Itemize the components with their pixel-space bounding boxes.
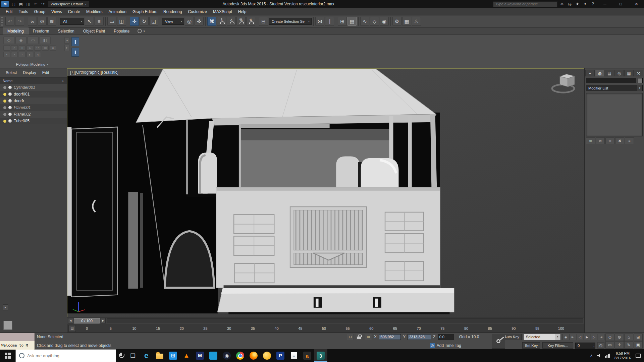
store[interactable]: ⊞: [166, 349, 180, 362]
workspace-selector[interactable]: Workspace: Default ▾: [48, 1, 89, 7]
app-menu-button[interactable]: M: [1, 1, 9, 7]
polygon-modeling-tool[interactable]: ▫: [11, 52, 18, 57]
unlink-selection-icon[interactable]: ⊘: [38, 17, 47, 26]
taskbar-clock[interactable]: 6:58 PM 8/17/2016: [611, 349, 634, 362]
polygon-modeling-tool[interactable]: ◇: [3, 37, 14, 44]
zoom-button[interactable]: ⊙: [605, 334, 614, 341]
select-and-scale-icon[interactable]: ◱: [149, 17, 158, 26]
object-color-swatch[interactable]: [638, 78, 643, 83]
menu-item[interactable]: Modifiers: [83, 8, 106, 15]
cortana-search-box[interactable]: [15, 349, 116, 362]
z-coordinate-field[interactable]: 0.0: [438, 334, 454, 340]
isolate-selection-icon[interactable]: ⊡: [347, 334, 354, 340]
explorer-menu-item[interactable]: Edit: [39, 70, 52, 75]
scene-object-row[interactable]: Plane001: [0, 104, 67, 111]
ribbon-pinned-toggle[interactable]: ❚: [71, 37, 79, 46]
polygon-modeling-tool[interactable]: ◠: [34, 45, 41, 51]
key-filters-button[interactable]: Key Filters...: [542, 342, 573, 349]
tab-motion[interactable]: ◎: [614, 70, 624, 76]
ribbon-pinned-toggle[interactable]: ❚: [71, 48, 79, 57]
layer-manager-icon[interactable]: ⊞: [338, 17, 347, 26]
previous-frame-button[interactable]: ◁: [577, 334, 583, 340]
visibility-bulb-icon[interactable]: [3, 106, 6, 109]
minimize-ribbon-icon[interactable]: ▾: [144, 29, 145, 33]
viewport[interactable]: [+] [Orthographic] [Realistic]: [67, 68, 584, 317]
tab-display[interactable]: ▦: [624, 70, 634, 76]
favorites-star-icon[interactable]: ★: [574, 1, 581, 7]
viewport-general-menu[interactable]: [+]: [70, 70, 75, 75]
select-object-icon[interactable]: ↖: [85, 17, 94, 26]
tab-hierarchy[interactable]: ▤: [605, 70, 614, 76]
visibility-bulb-icon[interactable]: [3, 120, 6, 123]
ribbon-config-icon[interactable]: [138, 29, 142, 33]
app-blue[interactable]: [207, 349, 220, 362]
add-time-tag[interactable]: ◷ Add Time Tag: [430, 343, 461, 348]
tab-utilities[interactable]: ⚒: [634, 70, 643, 76]
menu-item[interactable]: Create: [65, 8, 83, 15]
tab-create[interactable]: ✶: [585, 70, 595, 76]
undo-icon[interactable]: ↶: [5, 17, 14, 26]
pin-stack-button[interactable]: ⊕: [586, 137, 595, 144]
visibility-bulb-icon[interactable]: [3, 100, 6, 103]
named-selection-sets-dropdown[interactable]: Create Selection Se ▾: [269, 18, 312, 25]
x-coordinate-field[interactable]: 506.982: [379, 334, 401, 340]
explorer-menu-item[interactable]: Display: [20, 70, 39, 75]
task-view-button[interactable]: ❏: [126, 349, 140, 362]
modifier-list-dropdown[interactable]: Modifier List ▾: [586, 85, 643, 91]
explorer-name-header[interactable]: Name ▲: [0, 77, 67, 84]
track-bar[interactable]: ▤ 0 5 10 15 20 25 30: [67, 324, 584, 333]
maxscript-mini-listener[interactable]: Welcome to M: [0, 341, 35, 350]
communication-center-icon[interactable]: ✦: [581, 1, 589, 7]
tab-freeform[interactable]: Freeform: [29, 28, 54, 35]
file-explorer[interactable]: [153, 349, 166, 362]
set-key-button[interactable]: Set Key: [522, 342, 540, 349]
minimize-button[interactable]: ─: [597, 0, 612, 8]
go-to-start-button[interactable]: ⇤: [570, 334, 576, 340]
polygon-modeling-tool[interactable]: ◈: [50, 45, 56, 51]
polygon-modeling-caption[interactable]: Polygon Modeling ▾: [3, 61, 61, 68]
polygon-modeling-tool[interactable]: ▥: [42, 45, 49, 51]
explorer-menu-item[interactable]: Select: [3, 70, 20, 75]
remove-modifier-button[interactable]: ✖: [615, 137, 624, 144]
absolute-offset-toggle-icon[interactable]: ⊞: [365, 334, 372, 340]
zoom-extents-button[interactable]: ⌂: [624, 334, 633, 341]
zoom-region-button[interactable]: ▭: [605, 341, 614, 349]
volume-icon[interactable]: [595, 349, 603, 362]
polygon-modeling-tool[interactable]: ◦: [19, 52, 25, 57]
tab-populate[interactable]: Populate: [109, 28, 134, 35]
polygon-modeling-tool[interactable]: ◂: [34, 52, 41, 57]
viewport-pov-menu[interactable]: [Orthographic]: [75, 70, 101, 75]
help-icon[interactable]: ?: [589, 1, 597, 7]
app-orange-a[interactable]: a: [301, 349, 314, 362]
pan-button[interactable]: ✛: [615, 341, 624, 349]
undo-button[interactable]: ↶: [32, 1, 39, 7]
polygon-modeling-tool[interactable]: ▪: [3, 52, 10, 57]
scene-object-row[interactable]: doorfr: [0, 98, 67, 104]
tab-modeling[interactable]: Modeling: [3, 27, 29, 35]
visibility-bulb-icon[interactable]: [3, 93, 6, 96]
taskbar-search-input[interactable]: [27, 353, 112, 358]
polygon-modeling-tool[interactable]: ◆: [15, 37, 26, 44]
object-name-input[interactable]: [586, 78, 636, 83]
app-p[interactable]: P: [274, 349, 287, 362]
show-desktop-button[interactable]: [642, 349, 644, 362]
collapse-right-icon[interactable]: ▸: [64, 45, 69, 51]
selection-lock-icon[interactable]: [356, 334, 363, 340]
time-slider-handle[interactable]: 0 / 100: [74, 318, 100, 323]
polygon-modeling-tool[interactable]: ◧: [40, 37, 51, 44]
save-file-button[interactable]: ◫: [25, 1, 32, 7]
3ds-max[interactable]: 3: [314, 349, 327, 362]
microphone-button[interactable]: [116, 349, 126, 362]
render-production-icon[interactable]: ♨: [412, 17, 421, 26]
tab-object-paint[interactable]: Object Paint: [79, 28, 109, 35]
select-and-link-icon[interactable]: ∞: [28, 17, 37, 26]
material-editor-icon[interactable]: ◉: [380, 17, 389, 26]
scene-object-row[interactable]: Tube005: [0, 118, 67, 124]
set-keys-button[interactable]: [492, 334, 505, 349]
window-crossing-icon[interactable]: ◫: [117, 17, 126, 26]
percent-snap-icon[interactable]: %: [236, 17, 246, 26]
mini-curve-editor-icon[interactable]: ▤: [68, 325, 76, 332]
panel-expand-arrow[interactable]: ▸: [3, 304, 8, 310]
configure-modifier-sets-button[interactable]: ≡: [625, 137, 634, 144]
menu-item[interactable]: Graph Editors: [129, 8, 160, 15]
